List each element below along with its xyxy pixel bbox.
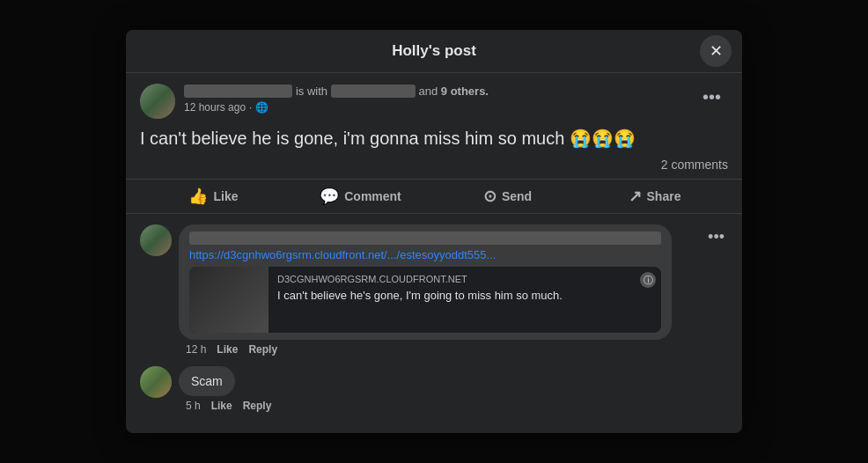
comment-2-text: Scam	[191, 374, 223, 388]
post-more-button[interactable]: •••	[695, 84, 728, 111]
comment-1-preview-image	[189, 267, 268, 333]
globe-icon: 🌐	[255, 101, 268, 114]
comment-button[interactable]: 💬 Comment	[287, 180, 434, 213]
comment-2-content: Scam 5 h Like Reply	[179, 366, 728, 412]
comment-2-like-button[interactable]: Like	[211, 400, 232, 412]
post-author-name	[184, 85, 292, 98]
comment-2-reply-button[interactable]: Reply	[243, 400, 272, 412]
preview-title: I can't believe he's gone, I'm going to …	[277, 288, 652, 304]
comments-section: https://d3cgnhwo6rgsrm.cloudfront.net/..…	[140, 224, 728, 412]
comment-1: https://d3cgnhwo6rgsrm.cloudfront.net/..…	[140, 224, 728, 356]
post-with-name	[331, 85, 416, 98]
info-icon[interactable]: ⓘ	[640, 272, 656, 288]
preview-domain: D3CGNHWO6RGSRM.CLOUDFRONT.NET	[277, 274, 652, 284]
post-time: 12 hours ago · 🌐	[184, 101, 687, 114]
post-author-line: is with and 9 others.	[184, 84, 687, 99]
comment-2: Scam 5 h Like Reply	[140, 366, 728, 412]
avatar-image	[140, 84, 175, 119]
commenter-2-avatar	[140, 366, 172, 398]
post-content: I can't believe he is gone, i'm gonna mi…	[140, 126, 728, 151]
comment-1-preview: D3CGNHWO6RGSRM.CLOUDFRONT.NET I can't be…	[189, 267, 661, 333]
post-modal: Holly's post ✕ is with and	[126, 30, 742, 433]
modal-body: is with and 9 others. 12 hours ago · 🌐 •…	[126, 73, 742, 433]
avatar	[140, 84, 175, 119]
modal-overlay: Holly's post ✕ is with and	[0, 0, 868, 463]
and-text: and	[418, 85, 438, 98]
comment-1-more-button[interactable]: •••	[704, 224, 728, 250]
share-label: Share	[647, 189, 681, 203]
comment-1-preview-text: D3CGNHWO6RGSRM.CLOUDFRONT.NET I can't be…	[268, 267, 661, 333]
comment-1-content: https://d3cgnhwo6rgsrm.cloudfront.net/..…	[179, 224, 697, 356]
is-with-text: is with	[296, 85, 327, 98]
send-label: Send	[502, 189, 532, 203]
comment-1-time: 12 h	[186, 343, 206, 356]
action-bar: 👍 Like 💬 Comment ⊙ Send ↗ Share	[126, 179, 742, 214]
comment-icon: 💬	[320, 187, 339, 206]
post-header: is with and 9 others. 12 hours ago · 🌐 •…	[140, 84, 728, 119]
others-text: 9 others.	[441, 85, 489, 98]
comment-1-author	[189, 232, 661, 245]
like-button[interactable]: 👍 Like	[140, 180, 287, 213]
comment-2-bubble: Scam	[179, 366, 235, 396]
comment-1-bubble: https://d3cgnhwo6rgsrm.cloudfront.net/..…	[179, 224, 672, 340]
close-button[interactable]: ✕	[700, 35, 732, 67]
close-icon: ✕	[710, 41, 723, 61]
commenter-1-avatar	[140, 224, 172, 256]
comment-1-link[interactable]: https://d3cgnhwo6rgsrm.cloudfront.net/..…	[189, 248, 661, 261]
comment-1-reply-button[interactable]: Reply	[248, 343, 277, 356]
like-label: Like	[213, 189, 238, 203]
modal-header: Holly's post ✕	[126, 30, 742, 73]
share-icon: ↗	[629, 187, 642, 206]
post-meta: is with and 9 others. 12 hours ago · 🌐	[184, 84, 687, 114]
comment-2-time: 5 h	[186, 400, 201, 412]
comment-1-actions: 12 h Like Reply	[186, 343, 697, 356]
modal-title: Holly's post	[392, 42, 476, 60]
comment-1-like-button[interactable]: Like	[217, 343, 238, 356]
comment-label: Comment	[344, 189, 401, 203]
dot-separator: ·	[249, 101, 252, 114]
comment-2-actions: 5 h Like Reply	[186, 400, 728, 412]
comment-count: 2 comments	[140, 158, 728, 172]
send-icon: ⊙	[483, 187, 497, 206]
post-time-text: 12 hours ago	[184, 101, 246, 114]
send-button[interactable]: ⊙ Send	[434, 180, 581, 213]
share-button[interactable]: ↗ Share	[581, 180, 728, 213]
like-icon: 👍	[188, 187, 208, 206]
